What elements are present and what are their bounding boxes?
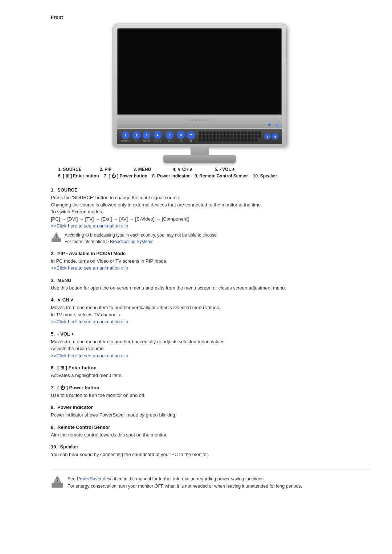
source-note-text: According to broadcasting type in each c… [65,232,218,245]
items-8-9: 8 9 [264,133,278,140]
ch-controls: 4 ∨ CH ∧ [154,131,162,142]
svg-rect-4 [52,483,63,488]
section-menu: 3. MENU Use this button for open the on-… [51,278,370,292]
source-button-group: 1 SOURCE [121,131,130,142]
section-enter: 6. [ ⊞ ] Enter button Activates a highli… [51,365,370,379]
section-power-indicator-title: 8. Power indicator [51,405,370,410]
section-speaker-body: You can hear sound by connecting the sou… [51,451,370,458]
cap-ch: 4. ∨ CH ∧ [173,167,193,172]
bottom-note-icon [51,475,64,488]
section-power-title: 7. [ ⏻ ] Power button [51,385,370,390]
svg-rect-7 [57,480,58,482]
section-power-indicator: 8. Power indicator Power indicator shows… [51,405,370,419]
btn-label-menu: MENU [143,140,150,142]
broadcasting-systems-link[interactable]: Broadcasting Systems [110,239,153,244]
section-remote-title: 9. Remote Control Sensor [51,424,370,430]
menu-button-group: 3 MENU [143,131,151,142]
vol-controls: 5 — VOL + [165,131,174,142]
btn-label-source: SOURCE [121,140,130,142]
btn-label-7: ⏻ [190,140,192,142]
section-pip: 2. PIP - Available in PC/DVI Mode In PC … [51,251,370,272]
section-speaker-title: 10. Speaker [51,444,370,450]
svg-rect-0 [52,238,61,242]
pip-button-group: 2 PIP [132,131,140,142]
status-indicator [275,124,278,127]
section-power-indicator-body: Power indicator shows PowerSaver mode by… [51,411,370,419]
ch-animation-link[interactable]: >>Click here to see an animation clip [51,319,128,324]
tv-outer: SAMSUNG 1 SOURCE 2 PIP [113,24,287,147]
monitor-body: SAMSUNG 1 SOURCE 2 PIP [113,24,287,163]
tv-screen [117,28,282,115]
btn-label-ch: ∨ CH ∧ [154,139,161,142]
section-menu-body: Use this button for open the on-screen m… [51,284,370,292]
cap-menu: 3. MENU [133,167,151,172]
section-menu-title: 3. MENU [51,278,370,283]
section-power-body: Use this button to turn the monitor on a… [51,392,370,399]
btn-num-8: 8 [264,133,271,140]
powersaver-link[interactable]: PowerSaver [77,476,102,481]
caption-row-1: 1. SOURCE 2. PIP 3. MENU 4. ∨ CH ∧ 5. - … [58,167,370,172]
svg-point-2 [56,234,57,235]
bottom-note-text: See PowerSaver described in the manual f… [68,475,302,490]
section-power: 7. [ ⏻ ] Power button Use this button to… [51,385,370,399]
main-content: 1. SOURCE Press the 'SOURCE' button to c… [51,187,370,490]
front-label: Front [51,15,370,20]
btn-num-1: 1 [122,131,130,139]
section-ch: 4. ∨ CH ∧ Moves from one menu item to an… [51,297,370,325]
caption-row-2: 6. [ ⊞ ] Enter button 7. [ ⏻ ] Power but… [58,173,370,178]
section-source: 1. SOURCE Press the 'SOURCE' button to c… [51,187,370,245]
section-enter-title: 6. [ ⊞ ] Enter button [51,365,370,370]
btn-num-7: 7 [187,131,195,139]
section-ch-body: Moves from one menu item to another vert… [51,304,370,325]
btn-num-3: 3 [143,131,151,139]
button-bar: 1 SOURCE 2 PIP 3 MENU 4 ∨ CH ∧ [117,129,282,144]
monitor-illustration: SAMSUNG 1 SOURCE 2 PIP [29,24,370,163]
btn-label-pip: PIP [135,140,138,142]
tv-chin: SAMSUNG [117,117,282,123]
source-note-box: According to broadcasting type in each c… [51,232,370,245]
btn-label-6: ⊞ [180,139,182,142]
section-source-title: 1. SOURCE [51,187,370,193]
vol-animation-link[interactable]: >>Click here to see an animation clip [51,353,128,358]
brand-label: SAMSUNG [189,119,210,121]
section-remote-body: Aim the remote control towards this spot… [51,431,370,439]
section-ch-title: 4. ∨ CH ∧ [51,297,370,303]
btn-label-vol: — VOL + [165,140,174,142]
svg-rect-3 [56,236,57,237]
caption-area: 1. SOURCE 2. PIP 3. MENU 4. ∨ CH ∧ 5. - … [58,167,370,178]
note-icon-1 [51,232,62,243]
monitor-neck [191,147,209,155]
svg-point-6 [57,477,58,479]
btn-num-5: 5 [166,131,173,139]
section-source-body: Press the 'SOURCE' button to change the … [51,194,370,230]
section-remote: 9. Remote Control Sensor Aim the remote … [51,424,370,439]
down-arrow [268,124,271,127]
section-speaker: 10. Speaker You can hear sound by connec… [51,444,370,458]
btn-num-6: 6 [177,131,185,139]
section-pip-body: In PC mode, turns on Video or TV screens… [51,258,370,272]
tv-lower-strip [117,123,282,128]
bottom-note: See PowerSaver described in the manual f… [51,469,370,490]
speaker-area [199,131,261,141]
btn-num-2: 2 [132,131,140,139]
cap-source: 1. SOURCE [58,167,82,172]
cap-vol: 5. - VOL + [215,167,234,172]
section-enter-body: Activates a highlighted menu item. [51,372,370,379]
btn-num-9: 9 [272,133,278,140]
btn-num-4: 4 [154,131,162,139]
pip-animation-link[interactable]: >>Click here to see an animation clip [51,265,128,271]
section-vol: 5. - VOL + Moves from one menu item to a… [51,331,370,360]
monitor-base [163,155,236,163]
power-button-group: 7 ⏻ [187,131,195,142]
section-pip-title: 2. PIP - Available in PC/DVI Mode [51,251,370,256]
cap-pip: 2. PIP [100,167,112,172]
enter-button-group: 6 ⊞ [177,131,185,142]
section-vol-body: Moves from one menu item to another hori… [51,338,370,360]
section-vol-title: 5. - VOL + [51,331,370,337]
source-animation-link[interactable]: >>Click here to see an animation clip [51,223,128,229]
